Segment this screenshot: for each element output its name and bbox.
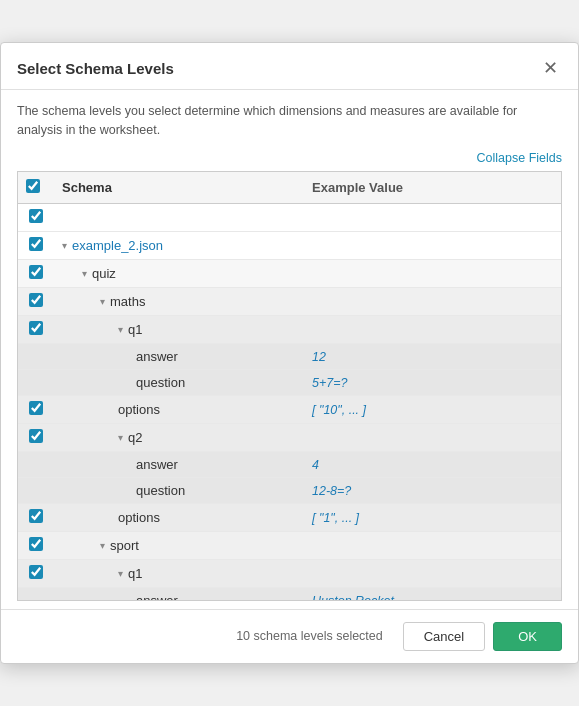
example-value-label: 5+7=?	[312, 376, 347, 390]
chevron-icon[interactable]: ▾	[100, 296, 105, 307]
table-row: ▾q1	[18, 559, 561, 587]
schema-name-label: question	[136, 483, 185, 498]
indent-spacer	[62, 294, 98, 309]
row-example-cell	[304, 423, 561, 451]
row-check-cell	[18, 315, 54, 343]
indent-spacer	[62, 266, 80, 281]
row-example-cell: [ "1", ... ]	[304, 503, 561, 531]
indent-spacer	[62, 593, 134, 601]
header-schema: Schema	[54, 172, 304, 204]
table-row: ▾sport	[18, 531, 561, 559]
schema-count: 10 schema levels selected	[17, 629, 395, 643]
dialog-header: Select Schema Levels ✕	[1, 43, 578, 90]
schema-name-label: answer	[136, 349, 178, 364]
row-check-cell	[18, 395, 54, 423]
row-check-cell	[18, 343, 54, 369]
row-example-cell: 5+7=?	[304, 369, 561, 395]
row-check-cell	[18, 531, 54, 559]
table-row: answerHuston Rocket	[18, 587, 561, 601]
dialog-footer: 10 schema levels selected Cancel OK	[1, 609, 578, 663]
row-check-cell	[18, 231, 54, 259]
indent-spacer	[62, 402, 116, 417]
row-checkbox[interactable]	[29, 401, 43, 415]
row-checkbox[interactable]	[29, 537, 43, 551]
row-schema-cell: ▾quiz	[54, 259, 304, 287]
row-example-cell	[304, 259, 561, 287]
example-value-label: [ "1", ... ]	[312, 511, 359, 525]
chevron-icon[interactable]: ▾	[118, 324, 123, 335]
row-check-cell	[18, 287, 54, 315]
row-schema-cell: answer	[54, 587, 304, 601]
description-text: The schema levels you select determine w…	[17, 102, 562, 140]
select-schema-dialog: Select Schema Levels ✕ The schema levels…	[0, 42, 579, 664]
row-example-cell	[304, 315, 561, 343]
indent-spacer	[62, 375, 134, 390]
table-row: options[ "10", ... ]	[18, 395, 561, 423]
chevron-icon[interactable]: ▾	[118, 432, 123, 443]
example-value-label: 4	[312, 458, 319, 472]
cancel-button[interactable]: Cancel	[403, 622, 485, 651]
row-example-cell	[304, 287, 561, 315]
indent-spacer	[62, 483, 134, 498]
chevron-icon[interactable]: ▾	[62, 240, 67, 251]
chevron-icon[interactable]: ▾	[82, 268, 87, 279]
table-row: ▾q1	[18, 315, 561, 343]
row-check-cell	[18, 559, 54, 587]
example-value-label: 12-8=?	[312, 484, 351, 498]
schema-name-label: example_2.json	[72, 238, 163, 253]
table-row: ▾maths	[18, 287, 561, 315]
schema-name-label: quiz	[92, 266, 116, 281]
row-check-cell	[18, 587, 54, 601]
schema-table-container: Schema Example Value ▾example_2.json ▾qu…	[17, 171, 562, 601]
ok-button[interactable]: OK	[493, 622, 562, 651]
row-checkbox[interactable]	[29, 265, 43, 279]
row-example-cell: 12-8=?	[304, 477, 561, 503]
header-check-cell	[18, 172, 54, 204]
indent-spacer	[62, 538, 98, 553]
row-checkbox[interactable]	[29, 237, 43, 251]
schema-name-label: q2	[128, 430, 142, 445]
row-checkbox[interactable]	[29, 509, 43, 523]
row-checkbox[interactable]	[29, 321, 43, 335]
row-example-cell	[304, 203, 561, 231]
row-schema-cell: ▾maths	[54, 287, 304, 315]
collapse-fields-link-container: Collapse Fields	[17, 150, 562, 165]
indent-spacer	[62, 510, 116, 525]
collapse-fields-link[interactable]: Collapse Fields	[477, 151, 562, 165]
row-schema-cell: question	[54, 369, 304, 395]
row-checkbox[interactable]	[29, 293, 43, 307]
row-example-cell	[304, 559, 561, 587]
row-example-cell: 4	[304, 451, 561, 477]
table-row: answer12	[18, 343, 561, 369]
row-checkbox[interactable]	[29, 565, 43, 579]
schema-name-label: question	[136, 375, 185, 390]
table-row: question12-8=?	[18, 477, 561, 503]
table-row	[18, 203, 561, 231]
row-checkbox[interactable]	[29, 429, 43, 443]
row-check-cell	[18, 203, 54, 231]
schema-name-label: answer	[136, 457, 178, 472]
row-schema-cell: question	[54, 477, 304, 503]
close-button[interactable]: ✕	[539, 57, 562, 79]
schema-name-label: answer	[136, 593, 178, 601]
row-example-cell: Huston Rocket	[304, 587, 561, 601]
row-schema-cell: ▾q1	[54, 315, 304, 343]
table-row: ▾quiz	[18, 259, 561, 287]
schema-name-label: q1	[128, 322, 142, 337]
header-example: Example Value	[304, 172, 561, 204]
row-example-cell: [ "10", ... ]	[304, 395, 561, 423]
chevron-icon[interactable]: ▾	[118, 568, 123, 579]
row-example-cell	[304, 531, 561, 559]
row-check-cell	[18, 423, 54, 451]
chevron-icon[interactable]: ▾	[100, 540, 105, 551]
table-row: ▾example_2.json	[18, 231, 561, 259]
row-schema-cell: ▾q2	[54, 423, 304, 451]
row-example-cell	[304, 231, 561, 259]
header-checkbox[interactable]	[26, 179, 40, 193]
schema-name-label: options	[118, 402, 160, 417]
row-schema-cell: ▾example_2.json	[54, 231, 304, 259]
row-schema-cell: options	[54, 395, 304, 423]
row-checkbox[interactable]	[29, 209, 43, 223]
indent-spacer	[62, 322, 116, 337]
table-row: answer4	[18, 451, 561, 477]
